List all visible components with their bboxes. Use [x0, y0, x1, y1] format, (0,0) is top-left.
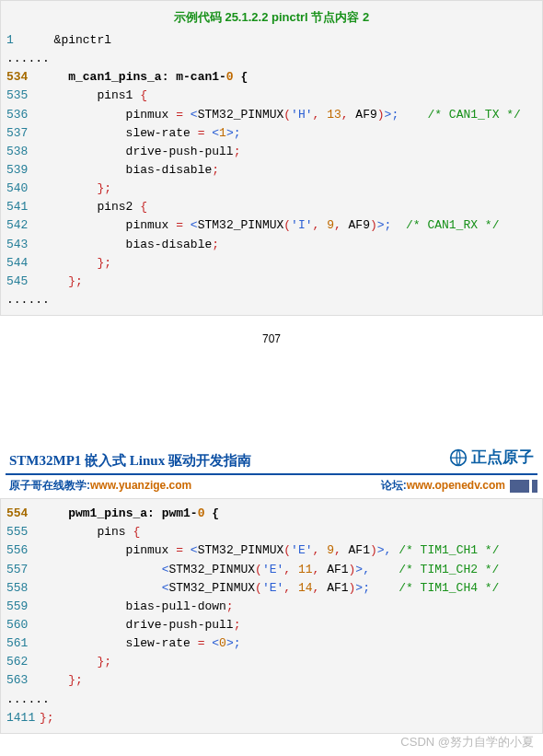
code-line: 1 &pinctrl — [1, 31, 542, 50]
code-content: pinmux = <STM32_PINMUX('E', 9, AF1)>, /*… — [40, 541, 499, 560]
line-number: 539 — [6, 161, 40, 180]
code-dots: ...... — [1, 691, 542, 709]
code-block-2: 554 pwm1_pins_a: pwm1-0 {555 pins {556 p… — [0, 498, 543, 734]
code-content: bias-disable; — [40, 161, 219, 180]
page-spacer — [0, 362, 543, 445]
code-line: 554 pwm1_pins_a: pwm1-0 { — [1, 505, 542, 523]
line-number: 558 — [6, 579, 40, 598]
line-number: 557 — [6, 561, 40, 579]
code-content: bias-pull-down; — [40, 598, 234, 616]
code-content: &pinctrl — [40, 31, 111, 50]
page-number: 707 — [0, 332, 543, 345]
code-content: drive-push-pull; — [40, 616, 240, 634]
line-number: 562 — [6, 653, 40, 671]
code-line: 537 slew-rate = <1>; — [1, 124, 542, 143]
code-line: 556 pinmux = <STM32_PINMUX('E', 9, AF1)>… — [1, 541, 542, 560]
code-line: 561 slew-rate = <0>; — [1, 634, 542, 653]
watermark: CSDN @努力自学的小夏 — [400, 734, 534, 750]
code-line: 539 bias-disable; — [1, 161, 542, 180]
code-block-1: 示例代码 25.1.2.2 pinctrl 节点内容 2 1 &pinctrl.… — [0, 0, 543, 316]
code-line: 558 <STM32_PINMUX('E', 14, AF1)>; /* TIM… — [1, 579, 542, 598]
code-content: pins1 { — [40, 87, 147, 105]
line-number: 555 — [6, 523, 40, 541]
line-number: 544 — [6, 254, 40, 273]
line-number: 561 — [6, 634, 40, 653]
line-number: 538 — [6, 143, 40, 161]
code-line: 535 pins1 { — [1, 87, 542, 105]
yuanzige-link[interactable]: www.yuanzige.com — [90, 479, 191, 492]
line-number: 1411 — [6, 709, 40, 727]
code-content: }; — [40, 653, 111, 671]
line-number: 563 — [6, 671, 40, 690]
code-line: 542 pinmux = <STM32_PINMUX('I', 9, AF9)>… — [1, 216, 542, 235]
code-content: bias-disable; — [40, 236, 219, 254]
code-title: 示例代码 25.1.2.2 pinctrl 节点内容 2 — [1, 6, 542, 31]
code-dots: ...... — [1, 291, 542, 309]
doc-title: STM32MP1 嵌入式 Linux 驱动开发指南 — [9, 453, 251, 468]
line-number: 540 — [6, 180, 40, 198]
code-lines-2: 554 pwm1_pins_a: pwm1-0 {555 pins {556 p… — [1, 505, 542, 727]
line-number: 559 — [6, 598, 40, 616]
openedv-link[interactable]: www.openedv.com — [407, 479, 505, 492]
line-number: 554 — [6, 505, 40, 523]
line-number: 534 — [6, 68, 40, 87]
line-number: 537 — [6, 124, 40, 143]
logo-text: 正点原子 — [471, 447, 534, 468]
code-line: 562 }; — [1, 653, 542, 671]
code-line: 534 m_can1_pins_a: m-can1-0 { — [1, 68, 542, 87]
code-line: 544 }; — [1, 254, 542, 273]
line-number: 541 — [6, 198, 40, 216]
line-number: 556 — [6, 541, 40, 560]
code-line: 540 }; — [1, 180, 542, 198]
code-content: <STM32_PINMUX('E', 11, AF1)>, /* TIM1_CH… — [40, 561, 499, 579]
sub-header: 原子哥在线教学:www.yuanzige.com 论坛:www.openedv.… — [0, 475, 543, 498]
code-content: pinmux = <STM32_PINMUX('H', 13, AF9)>; /… — [40, 106, 521, 124]
sub-right: 论坛:www.openedv.com — [381, 478, 505, 494]
code-line: 538 drive-push-pull; — [1, 143, 542, 161]
document-header: STM32MP1 嵌入式 Linux 驱动开发指南 正点原子 — [0, 445, 543, 473]
globe-icon — [449, 448, 468, 467]
code-lines-1: 1 &pinctrl......534 m_can1_pins_a: m-can… — [1, 31, 542, 309]
code-content: }; — [40, 709, 54, 727]
code-content: slew-rate = <0>; — [40, 634, 241, 653]
code-content: }; — [40, 273, 83, 291]
selection-block — [510, 480, 537, 493]
code-line: 541 pins2 { — [1, 198, 542, 216]
line-number: 545 — [6, 273, 40, 291]
code-line: 560 drive-push-pull; — [1, 616, 542, 634]
line-number: 542 — [6, 216, 40, 235]
logo-area: 正点原子 — [449, 447, 534, 468]
code-content: }; — [40, 254, 111, 273]
code-content: pwm1_pins_a: pwm1-0 { — [40, 505, 219, 523]
code-content: m_can1_pins_a: m-can1-0 { — [40, 68, 248, 87]
line-number: 1 — [6, 31, 40, 50]
code-content: pinmux = <STM32_PINMUX('I', 9, AF9)>; /*… — [40, 216, 499, 235]
code-content: <STM32_PINMUX('E', 14, AF1)>; /* TIM1_CH… — [40, 579, 499, 598]
sub-left: 原子哥在线教学:www.yuanzige.com — [9, 478, 191, 494]
line-number: 535 — [6, 87, 40, 105]
code-line: 536 pinmux = <STM32_PINMUX('H', 13, AF9)… — [1, 106, 542, 124]
line-number: 536 — [6, 106, 40, 124]
code-line: 563 }; — [1, 671, 542, 690]
code-line: 545 }; — [1, 273, 542, 291]
line-number: 543 — [6, 236, 40, 254]
code-content: drive-push-pull; — [40, 143, 240, 161]
code-line: 1411}; — [1, 709, 542, 727]
code-line: 543 bias-disable; — [1, 236, 542, 254]
code-line: 555 pins { — [1, 523, 542, 541]
code-content: }; — [40, 671, 83, 690]
line-number: 560 — [6, 616, 40, 634]
code-content: }; — [40, 180, 111, 198]
code-line: 559 bias-pull-down; — [1, 598, 542, 616]
code-content: slew-rate = <1>; — [40, 124, 241, 143]
code-content: pins2 { — [40, 198, 147, 216]
code-dots: ...... — [1, 50, 542, 68]
code-content: pins { — [40, 523, 140, 541]
code-line: 557 <STM32_PINMUX('E', 11, AF1)>, /* TIM… — [1, 561, 542, 579]
